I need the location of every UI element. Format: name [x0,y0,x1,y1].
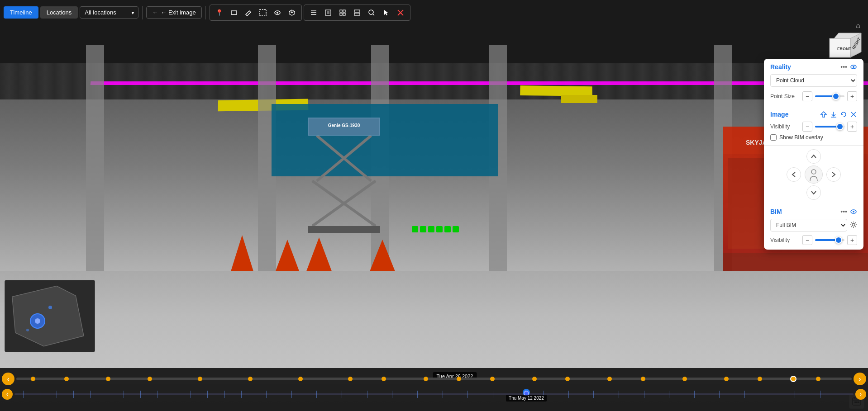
point-size-plus[interactable]: + [847,91,857,101]
nav-left-button[interactable] [787,167,801,182]
point-size-minus[interactable]: − [802,91,812,101]
home-button[interactable]: ⌂ [854,21,863,30]
point-size-thumb[interactable] [832,93,839,100]
bim-visibility-thumb[interactable] [835,236,842,244]
date-tick-38 [837,391,837,398]
search-tool[interactable] [365,6,378,19]
nav-up-button[interactable] [806,149,821,164]
timeline-dot-21[interactable] [816,377,820,381]
timeline-dot-12[interactable] [490,377,495,381]
visibility-track[interactable] [815,126,844,128]
timeline-next-button[interactable]: › [854,373,866,385]
grid-icon [339,9,346,16]
timeline-dot-3[interactable] [106,377,110,381]
timeline-dot-4[interactable] [148,377,152,381]
timeline-area: Tue Apr 26 2022 ‹ › [0,368,868,411]
timeline-dot-active[interactable] [790,376,796,382]
cursor-icon [382,9,390,16]
nav-down-button[interactable] [806,185,821,200]
visibility-label: Visibility [770,123,800,130]
timeline-dot-15[interactable] [607,377,612,381]
minimap-svg [5,280,95,352]
draw-tool[interactable] [242,6,255,19]
eye-tool[interactable] [271,6,284,19]
bim-visibility-plus[interactable]: + [847,235,857,245]
front-label: FRONT [837,47,851,51]
navigation-arrows [764,146,863,203]
cursor-tool[interactable] [379,6,393,19]
view-cube[interactable]: ⌂ FRONT RIGHT [827,20,863,57]
timeline-dot-1[interactable] [31,377,35,381]
date-tick-32 [694,391,695,398]
location-select-wrapper: All locations ▼ [80,6,138,19]
bim-overlay-checkbox[interactable] [770,134,777,141]
date-tick-12 [207,391,208,398]
timeline-dot-5[interactable] [198,377,202,381]
bim-visibility-track[interactable] [815,239,844,241]
bim-visibility-row: Visibility − + [770,235,857,245]
image-download-btn[interactable] [830,111,837,118]
timeline-dot-8[interactable] [348,377,353,381]
grid-tool[interactable] [336,6,349,19]
timeline-prev-button[interactable]: ‹ [2,373,14,385]
reality-more-btn[interactable]: ••• [840,63,847,71]
bim-eye-btn[interactable] [850,208,857,215]
lift-scissors-svg [308,136,380,235]
tab-locations[interactable]: Locations [40,6,78,19]
location-select[interactable]: All locations [80,6,138,19]
layer-tool[interactable] [321,6,335,19]
timeline-dot-10[interactable] [424,377,428,381]
timeline-dot-6[interactable] [248,377,253,381]
svg-rect-27 [343,10,345,12]
timeline-dot-17[interactable] [682,377,687,381]
date-timeline-row: ‹ [0,388,868,401]
rectangle-tool[interactable] [227,6,241,19]
point-cloud-select[interactable]: Point Cloud [770,74,857,87]
visibility-plus[interactable]: + [847,122,857,132]
nav-center-icon [805,165,823,184]
bim-mode-select[interactable]: Full BIM [770,219,847,231]
date-prev-button[interactable]: ‹ [2,389,13,400]
bim-settings-button[interactable] [850,221,857,230]
bim-more-btn[interactable]: ••• [840,208,847,215]
bim-visibility-minus[interactable]: − [802,235,812,245]
reality-eye-btn[interactable] [850,63,857,71]
timeline-dot-18[interactable] [724,377,729,381]
grid2-tool[interactable] [350,6,364,19]
point-size-track[interactable] [815,95,844,97]
pin-tool[interactable]: 📍 [213,6,226,19]
nav-right-button[interactable] [826,167,841,182]
timeline-dot-13[interactable] [532,377,537,381]
image-share-btn[interactable] [820,111,827,118]
bim-overlay-row: Show BIM overlay [770,134,857,141]
minimap[interactable] [5,280,95,352]
tab-timeline[interactable]: Timeline [4,6,38,19]
date-tick-24 [493,391,493,398]
timeline-dot-16[interactable] [641,377,645,381]
svg-rect-17 [231,11,237,14]
date-tick-19 [367,391,367,398]
timeline-dot-14[interactable] [565,377,570,381]
box-tool[interactable] [285,6,299,19]
image-section: Image Visibility [764,106,863,146]
region-tool[interactable] [256,6,270,19]
close-tool[interactable] [394,6,407,19]
image-close-btn[interactable] [850,111,857,118]
upper-timeline-track[interactable] [16,378,852,380]
lift-platform: Genie GS-1930 [308,118,380,136]
date-tick-11 [191,391,191,398]
image-refresh-btn[interactable] [840,111,847,118]
timeline-dot-11[interactable] [457,377,461,381]
visibility-thumb[interactable] [836,123,844,130]
visibility-minus[interactable]: − [802,122,812,132]
svg-point-44 [26,329,29,331]
date-timeline-track[interactable]: B Thu May 12 2022 [14,393,854,395]
date-next-button[interactable]: › [855,389,866,400]
timeline-dot-7[interactable] [298,377,303,381]
svg-point-53 [852,223,855,226]
timeline-dot-2[interactable] [64,377,69,381]
exit-image-button[interactable]: ← ← Exit image [146,6,201,19]
align-tool[interactable] [307,6,320,19]
timeline-dot-19[interactable] [758,377,762,381]
timeline-dot-9[interactable] [382,377,386,381]
